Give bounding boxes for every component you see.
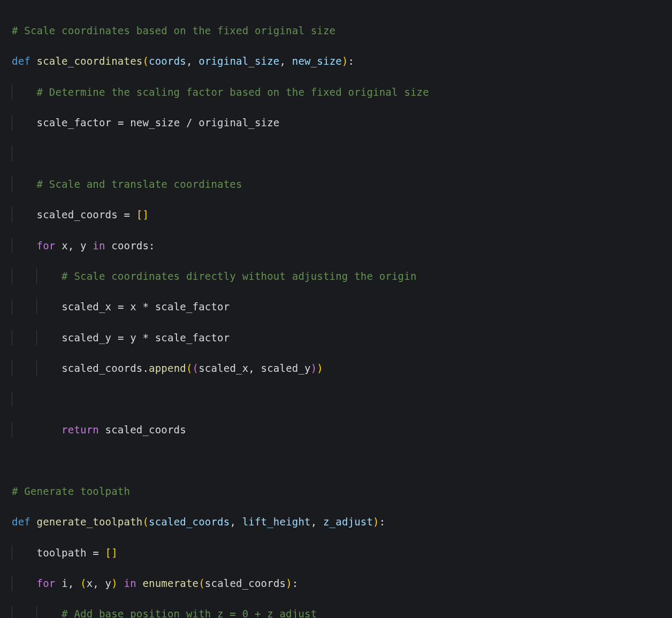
- comment: # Scale and translate coordinates: [12, 178, 242, 190]
- comment: # Determine the scaling factor based on …: [12, 86, 429, 98]
- op: =: [124, 209, 136, 220]
- paren: ): [286, 577, 292, 589]
- code-line: # Scale and translate coordinates: [12, 177, 661, 192]
- param: original_size: [198, 55, 279, 67]
- text: toolpath: [37, 547, 93, 559]
- text: scaled_x, scaled_y: [198, 362, 311, 374]
- colon: :: [379, 516, 386, 528]
- keyword-return: return: [37, 424, 105, 436]
- param: z_adjust: [323, 516, 373, 528]
- text: ,: [230, 516, 242, 528]
- paren: (: [142, 516, 149, 528]
- text: x, y: [87, 577, 112, 589]
- bracket: []: [105, 547, 118, 559]
- paren: ): [317, 362, 323, 374]
- code-line: scaled_y = y * scale_factor: [12, 330, 661, 346]
- code-line: # Generate toolpath: [12, 484, 661, 499]
- code-line: scaled_coords.append((scaled_x, scaled_y…: [12, 361, 661, 376]
- code-line: for i, (x, y) in enumerate(scaled_coords…: [12, 576, 661, 591]
- text: scaled_coords: [205, 577, 286, 589]
- function-name: scale_coordinates: [37, 55, 143, 67]
- paren: (: [142, 55, 149, 67]
- text: scale_factor: [155, 332, 230, 344]
- bracket: []: [136, 209, 149, 220]
- paren: ): [111, 577, 118, 589]
- code-line: return scaled_coords: [12, 422, 661, 438]
- comment: # Scale coordinates directly without adj…: [12, 270, 417, 282]
- code-line: scale_factor = new_size / original_size: [12, 115, 661, 131]
- code-line: toolpath = []: [12, 545, 661, 561]
- keyword-in: in: [124, 577, 143, 589]
- keyword-in: in: [93, 240, 111, 251]
- code-line: [12, 392, 661, 407]
- op: /: [186, 117, 198, 128]
- paren: (: [193, 362, 199, 374]
- keyword-def: def: [12, 516, 37, 528]
- text: scaled_coords.: [62, 362, 149, 374]
- paren: ): [311, 362, 317, 374]
- comment: # Add base position with z = 0 + z_adjus…: [12, 608, 317, 618]
- code-line: # Add base position with z = 0 + z_adjus…: [12, 606, 661, 618]
- text: scaled_coords: [37, 209, 124, 220]
- keyword-for: for: [37, 240, 62, 251]
- keyword-for: for: [37, 577, 62, 589]
- op: =: [118, 117, 130, 128]
- text: scaled_y: [62, 332, 118, 344]
- text: x, y: [62, 240, 93, 251]
- text: x: [130, 301, 142, 312]
- op: *: [142, 301, 155, 312]
- text: ,: [186, 55, 198, 67]
- text: new_size: [130, 117, 186, 128]
- paren: (: [80, 577, 87, 589]
- code-line: scaled_x = x * scale_factor: [12, 299, 661, 315]
- function-name: generate_toolpath: [37, 516, 143, 528]
- comment: # Scale coordinates based on the fixed o…: [12, 25, 335, 36]
- op: =: [118, 332, 130, 344]
- method: append: [149, 362, 186, 374]
- paren: ): [342, 55, 348, 67]
- paren: ): [373, 516, 379, 528]
- text: original_size: [198, 117, 279, 128]
- code-line: # Scale coordinates based on the fixed o…: [12, 23, 661, 39]
- text: y: [130, 332, 142, 344]
- code-line: [12, 146, 661, 161]
- paren: (: [186, 362, 193, 374]
- colon: :: [348, 55, 355, 67]
- op: =: [93, 547, 105, 559]
- code-line: # Scale coordinates directly without adj…: [12, 269, 661, 284]
- text: scaled_x: [62, 301, 118, 312]
- text: scale_factor: [37, 117, 118, 128]
- text: ,: [311, 516, 323, 528]
- op: *: [142, 332, 155, 344]
- op: =: [118, 301, 130, 312]
- text: scaled_coords: [105, 424, 186, 436]
- code-line: def scale_coordinates(coords, original_s…: [12, 54, 661, 69]
- comment: # Generate toolpath: [12, 485, 130, 497]
- text: i,: [62, 577, 80, 589]
- text: ,: [280, 55, 292, 67]
- code-line: scaled_coords = []: [12, 207, 661, 223]
- text: coords:: [111, 240, 155, 251]
- param: scaled_coords: [149, 516, 230, 528]
- code-line: for x, y in coords:: [12, 238, 661, 254]
- code-line: [12, 453, 661, 468]
- builtin: enumerate: [142, 577, 198, 589]
- text: [118, 577, 124, 589]
- paren: (: [198, 577, 205, 589]
- param: lift_height: [242, 516, 311, 528]
- text: scale_factor: [155, 301, 230, 312]
- colon: :: [292, 577, 299, 589]
- keyword-def: def: [12, 55, 37, 67]
- param: coords: [149, 55, 186, 67]
- param: new_size: [292, 55, 342, 67]
- code-editor[interactable]: # Scale coordinates based on the fixed o…: [0, 0, 672, 618]
- code-line: def generate_toolpath(scaled_coords, lif…: [12, 514, 661, 530]
- code-line: # Determine the scaling factor based on …: [12, 85, 661, 100]
